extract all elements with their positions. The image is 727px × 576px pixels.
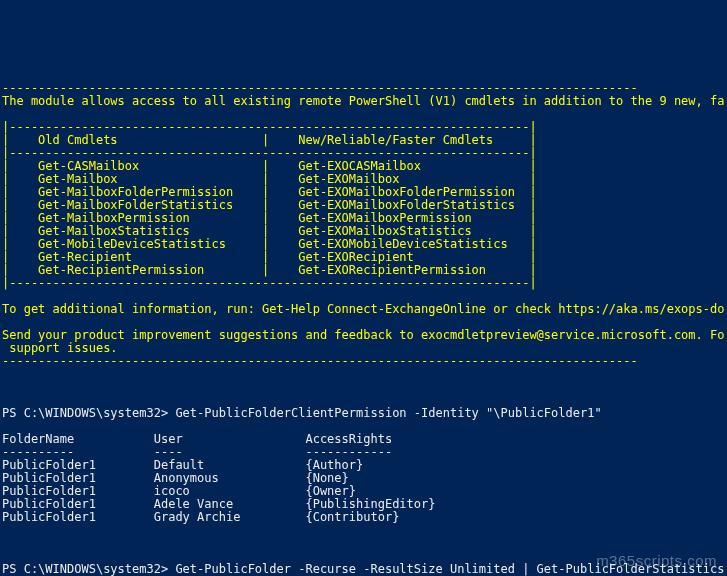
prompt-line-1[interactable]: PS C:\WINDOWS\system32> Get-PublicFolder…: [2, 406, 602, 420]
feedback-text-2: support issues.: [2, 341, 118, 355]
output-row: PublicFolder1 Grady Archie {Contributor}: [2, 510, 399, 524]
powershell-terminal[interactable]: ----------------------------------------…: [0, 65, 727, 576]
cmdlet-row: | Get-Recipient | Get-EXORecipient |: [2, 250, 537, 264]
command-text: Get-PublicFolderClientPermission -Identi…: [175, 406, 601, 420]
output-row: PublicFolder1 Adele Vance {PublishingEdi…: [2, 497, 435, 511]
separator-line: ----------------------------------------…: [2, 354, 638, 368]
cmdlet-row: | Get-Mailbox | Get-EXOMailbox |: [2, 172, 537, 186]
separator-line: ----------------------------------------…: [2, 81, 638, 95]
table-border-bottom: |---------------------------------------…: [2, 276, 537, 290]
feedback-text-1: Send your product improvement suggestion…: [2, 328, 724, 342]
cmdlet-row: | Get-MailboxFolderStatistics | Get-EXOM…: [2, 198, 537, 212]
table-header-row: | Old Cmdlets | New/Reliable/Faster Cmdl…: [2, 133, 537, 147]
cmdlet-row: | Get-MailboxStatistics | Get-EXOMailbox…: [2, 224, 537, 238]
cmdlet-row: | Get-MailboxPermission | Get-EXOMailbox…: [2, 211, 537, 225]
watermark: m365scripts.com: [596, 554, 717, 567]
output-row: PublicFolder1 Anonymous {None}: [2, 471, 349, 485]
table-border-top: |---------------------------------------…: [2, 120, 537, 134]
output-separator: ---------- ---- ------------: [2, 445, 392, 459]
cmdlet-row: | Get-MailboxFolderPermission | Get-EXOM…: [2, 185, 537, 199]
cmdlet-row: | Get-MobileDeviceStatistics | Get-EXOMo…: [2, 237, 537, 251]
intro-text: The module allows access to all existing…: [2, 94, 724, 108]
prompt-prefix: PS C:\WINDOWS\system32>: [2, 562, 175, 576]
output-row: PublicFolder1 icoco {Owner}: [2, 484, 356, 498]
help-text: To get additional information, run: Get-…: [2, 302, 724, 316]
table-separator: |---------------------------------------…: [2, 146, 537, 160]
cmdlet-row: | Get-RecipientPermission | Get-EXORecip…: [2, 263, 537, 277]
cmdlet-row: | Get-CASMailbox | Get-EXOCASMailbox |: [2, 159, 537, 173]
output-header: FolderName User AccessRights: [2, 432, 392, 446]
output-row: PublicFolder1 Default {Author}: [2, 458, 363, 472]
prompt-prefix: PS C:\WINDOWS\system32>: [2, 406, 175, 420]
